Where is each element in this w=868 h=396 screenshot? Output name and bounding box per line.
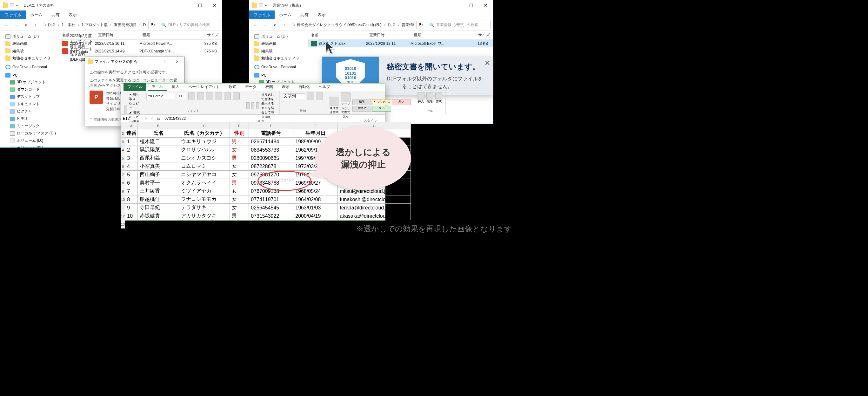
menu-home[interactable]: ホーム	[275, 10, 296, 19]
cell[interactable]: ウエキリュウジ	[179, 138, 230, 146]
cell[interactable]: 2	[125, 146, 138, 154]
col-type[interactable]: 種類	[410, 32, 461, 38]
cell[interactable]: アカサカタツキ	[179, 212, 230, 220]
tab-file[interactable]: ファイル	[124, 83, 146, 91]
delete-cells-icon[interactable]	[426, 92, 433, 100]
table-header[interactable]: 氏名（カタカナ）	[179, 129, 230, 138]
cell[interactable]: 5	[125, 171, 138, 179]
cell[interactable]: 西尾和義	[138, 154, 179, 162]
forward-button[interactable]: →	[12, 21, 20, 29]
cell[interactable]: 寺田早紀	[138, 204, 179, 212]
cond-format-icon[interactable]	[330, 96, 339, 106]
align-icon[interactable]	[256, 102, 259, 109]
refresh-button[interactable]: ↻	[416, 21, 425, 29]
row-number[interactable]: 8	[121, 179, 125, 187]
tab-home[interactable]: ホーム	[148, 82, 167, 91]
paste-icon[interactable]	[124, 106, 127, 115]
cell[interactable]: 黒沢陽菜	[138, 146, 179, 154]
table-row[interactable]: 10赤坂健貴アカサカタツキ男07315439222000/04/19akasak…	[125, 212, 411, 220]
style-bad[interactable]: 悪い	[392, 100, 411, 105]
search-input[interactable]: 🔍 DLPエリアの資料の検索	[159, 21, 219, 29]
table-header[interactable]: 氏名	[138, 129, 179, 138]
font-color-icon[interactable]	[233, 92, 240, 100]
table-header[interactable]: 連番	[125, 129, 138, 138]
cell[interactable]: 10	[125, 212, 138, 220]
cell[interactable]: 0266711484	[249, 138, 293, 146]
tab-auto[interactable]: 自動化	[294, 83, 314, 91]
cell[interactable]: 0731543922	[249, 212, 293, 220]
row-number[interactable]: 5	[121, 154, 125, 162]
cell[interactable]: 女	[230, 146, 249, 154]
number-format-select[interactable]	[283, 93, 305, 99]
sidebar[interactable]: ボリューム (D:) 表紙画像 編集後 勉強会セキュリティ３ OneDrive …	[0, 31, 59, 147]
menu-home[interactable]: ホーム	[26, 10, 47, 19]
cell[interactable]: 8	[125, 195, 138, 204]
address-bar[interactable]: « 株式会社ダイレクトクラウド (¥¥DirectCloud) (R:)› DL…	[290, 21, 414, 29]
name-box[interactable]: E12	[121, 116, 143, 121]
chevron-down-icon[interactable]: ▾	[271, 21, 278, 29]
cell[interactable]: 西山絢子	[138, 171, 179, 179]
cell[interactable]: クロサワハルナ	[179, 146, 230, 154]
tab-formulas[interactable]: 数式	[225, 83, 240, 91]
align-icon[interactable]	[246, 102, 250, 109]
cell[interactable]: 0256454545	[249, 204, 293, 212]
row-number[interactable]: 3	[121, 138, 125, 146]
cell[interactable]: 1964/02/08	[293, 195, 338, 204]
cell[interactable]: funakoshi@directcloud.jp	[338, 195, 411, 204]
align-icon[interactable]	[251, 102, 255, 109]
tab-view[interactable]: 表示	[278, 83, 293, 91]
formula-input[interactable]: 0731543922	[162, 116, 385, 121]
italic-icon[interactable]	[197, 92, 204, 100]
percent-icon[interactable]	[316, 92, 323, 100]
cell[interactable]: 7	[125, 187, 138, 195]
table-row[interactable]: 8船越桃佳フナコシモモカ女07741197011964/02/08funakos…	[125, 195, 411, 204]
quickaccess-icon[interactable]	[10, 3, 14, 7]
minimize-button[interactable]: —	[449, 0, 464, 10]
address-bar[interactable]: « DLP› 1．本社› 1.プロダクト部› 重要開発項目› DLPエリアの資料…	[41, 21, 146, 29]
file-row[interactable]: 2023年2月度アップデート説明資料+(DLP).pdf 2023/02/15 …	[59, 47, 222, 55]
copy-button[interactable]: ⧉ コピー	[129, 102, 140, 110]
forward-button[interactable]: →	[261, 21, 269, 29]
tab-insert[interactable]: 挿入	[168, 83, 183, 91]
cell[interactable]: オクムラヘイイ	[179, 179, 230, 187]
cell[interactable]: 男	[230, 138, 249, 146]
tab-help[interactable]: ヘルプ	[315, 83, 334, 91]
style-either[interactable]: どちらでも...	[372, 100, 391, 105]
cell[interactable]: 0280090665	[249, 154, 293, 162]
col-letter[interactable]: F	[293, 122, 338, 129]
table-header[interactable]: 性別	[230, 129, 249, 138]
fx-cancel-icon[interactable]: ✕	[143, 116, 149, 121]
cell[interactable]: 0774119701	[249, 195, 293, 204]
wrap-button[interactable]: 折り返して全体を表示する	[261, 92, 276, 106]
cell[interactable]: 0975961270	[249, 171, 293, 179]
col-letter[interactable]: E	[249, 122, 293, 129]
close-button[interactable]: ✕	[207, 0, 222, 10]
row-number[interactable]: 7	[121, 171, 125, 179]
up-button[interactable]: ↑	[31, 21, 39, 29]
cell[interactable]: 三井綾香	[138, 187, 179, 195]
row-number[interactable]: 6	[121, 162, 125, 171]
fx-icon[interactable]: fx	[155, 116, 162, 121]
file-row[interactable]: 顧客リスト.xlsx 2022/10/28 12:11 Microsoft Ex…	[308, 40, 493, 47]
menu-view[interactable]: 表示	[313, 10, 330, 19]
col-date[interactable]: 更新日時	[95, 32, 140, 38]
cell[interactable]: 植木隆二	[138, 138, 179, 146]
cell[interactable]: 赤坂健貴	[138, 212, 179, 220]
cell[interactable]: ニシヤマアヤコ	[179, 171, 230, 179]
col-name[interactable]: 名前	[308, 32, 366, 38]
tab-review[interactable]: 校閲	[261, 83, 277, 91]
cell[interactable]: 4	[125, 162, 138, 171]
search-input[interactable]: 🔍 営業情報（機密）の検索	[427, 21, 491, 29]
fill-color-icon[interactable]	[224, 92, 231, 100]
close-icon[interactable]: ✕	[485, 59, 490, 67]
col-letter[interactable]: C	[179, 122, 230, 129]
cell[interactable]: 9	[125, 204, 138, 212]
up-button[interactable]: ↑	[280, 21, 288, 29]
maximize-button[interactable]: ☐	[464, 0, 478, 10]
minimize-button[interactable]: —	[178, 0, 193, 10]
menu-view[interactable]: 表示	[64, 10, 81, 19]
format-as-table-icon[interactable]	[341, 92, 350, 102]
cell[interactable]: 0973348768	[249, 179, 293, 187]
cell[interactable]: 女	[230, 187, 249, 195]
insert-cells-icon[interactable]	[417, 92, 425, 100]
